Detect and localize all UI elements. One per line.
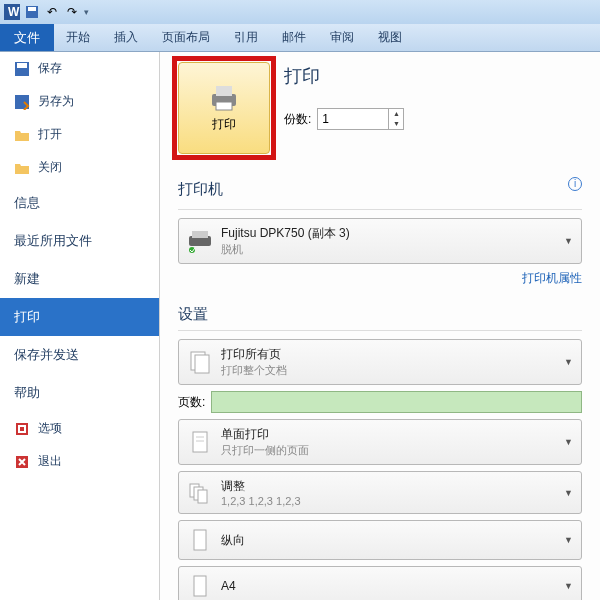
pages-label: 页数: <box>178 394 205 411</box>
duplex-dropdown[interactable]: 单面打印只打印一侧的页面 ▼ <box>178 419 582 465</box>
copies-input[interactable] <box>318 109 388 129</box>
chevron-down-icon: ▼ <box>564 236 573 246</box>
paper-size-dropdown[interactable]: A4 ▼ <box>178 566 582 600</box>
saveas-icon <box>14 94 30 110</box>
printer-name: Fujitsu DPK750 (副本 3) <box>221 225 556 242</box>
backstage-sidebar: 保存 另存为 打开 关闭 信息 最近所用文件 新建 打印 保存并发送 帮助 选项… <box>0 52 160 600</box>
svg-text:W: W <box>8 5 20 19</box>
paper-icon <box>187 573 213 599</box>
collate-icon <box>187 480 213 506</box>
range-sub: 打印整个文档 <box>221 363 556 378</box>
single-page-icon <box>187 429 213 455</box>
printer-dropdown[interactable]: Fujitsu DPK750 (副本 3) 脱机 ▼ <box>178 218 582 264</box>
chevron-down-icon: ▼ <box>564 581 573 591</box>
chevron-down-icon: ▼ <box>564 535 573 545</box>
svg-rect-14 <box>192 231 208 238</box>
save-icon[interactable] <box>24 4 40 20</box>
folder-open-icon <box>14 127 30 143</box>
sidebar-label: 选项 <box>38 420 62 437</box>
collate-dropdown[interactable]: 调整1,2,3 1,2,3 1,2,3 ▼ <box>178 471 582 514</box>
printer-device-icon <box>187 228 213 254</box>
svg-rect-25 <box>194 576 206 596</box>
copies-spinner[interactable]: ▲▼ <box>317 108 404 130</box>
print-panel: 打印 打印 份数: ▲▼ 打印机 i Fujitsu <box>160 52 600 600</box>
undo-icon[interactable]: ↶ <box>44 4 60 20</box>
orientation-dropdown[interactable]: 纵向 ▼ <box>178 520 582 560</box>
svg-rect-5 <box>17 63 27 68</box>
sidebar-save[interactable]: 保存 <box>0 52 159 85</box>
options-icon <box>14 421 30 437</box>
sidebar-new[interactable]: 新建 <box>0 260 159 298</box>
collate-sub: 1,2,3 1,2,3 1,2,3 <box>221 495 556 507</box>
printer-properties-link[interactable]: 打印机属性 <box>178 270 582 287</box>
sidebar-send[interactable]: 保存并发送 <box>0 336 159 374</box>
exit-icon <box>14 454 30 470</box>
svg-rect-8 <box>20 427 24 431</box>
orientation-label: 纵向 <box>221 532 556 549</box>
sidebar-label: 另存为 <box>38 93 74 110</box>
portrait-icon <box>187 527 213 553</box>
highlight-box <box>172 56 276 160</box>
tab-layout[interactable]: 页面布局 <box>150 24 222 51</box>
chevron-down-icon: ▼ <box>564 357 573 367</box>
duplex-sub: 只打印一侧的页面 <box>221 443 556 458</box>
duplex-title: 单面打印 <box>221 426 556 443</box>
printer-status: 脱机 <box>221 242 556 257</box>
collate-title: 调整 <box>221 478 556 495</box>
tab-review[interactable]: 审阅 <box>318 24 366 51</box>
pages-icon <box>187 349 213 375</box>
tab-insert[interactable]: 插入 <box>102 24 150 51</box>
print-range-dropdown[interactable]: 打印所有页打印整个文档 ▼ <box>178 339 582 385</box>
svg-rect-23 <box>198 490 207 503</box>
sidebar-close[interactable]: 关闭 <box>0 151 159 184</box>
sidebar-open[interactable]: 打开 <box>0 118 159 151</box>
print-title: 打印 <box>284 64 404 88</box>
printer-section-title: 打印机 <box>178 180 223 199</box>
file-tab[interactable]: 文件 <box>0 24 54 51</box>
tab-view[interactable]: 视图 <box>366 24 414 51</box>
sidebar-label: 退出 <box>38 453 62 470</box>
svg-rect-24 <box>194 530 206 550</box>
sidebar-saveas[interactable]: 另存为 <box>0 85 159 118</box>
quick-access-toolbar: W ↶ ↷ ▾ <box>4 4 89 20</box>
word-icon: W <box>4 4 20 20</box>
sidebar-info[interactable]: 信息 <box>0 184 159 222</box>
svg-rect-3 <box>28 7 36 11</box>
range-title: 打印所有页 <box>221 346 556 363</box>
ribbon: 文件 开始 插入 页面布局 引用 邮件 审阅 视图 <box>0 24 600 52</box>
redo-icon[interactable]: ↷ <box>64 4 80 20</box>
sidebar-label: 保存 <box>38 60 62 77</box>
copies-label: 份数: <box>284 111 311 128</box>
paper-label: A4 <box>221 579 556 593</box>
sidebar-help[interactable]: 帮助 <box>0 374 159 412</box>
spin-down-icon[interactable]: ▼ <box>389 119 403 129</box>
sidebar-print[interactable]: 打印 <box>0 298 159 336</box>
chevron-down-icon: ▼ <box>564 437 573 447</box>
chevron-down-icon: ▼ <box>564 488 573 498</box>
tab-mailings[interactable]: 邮件 <box>270 24 318 51</box>
sidebar-label: 关闭 <box>38 159 62 176</box>
svg-rect-18 <box>193 432 207 452</box>
sidebar-label: 打开 <box>38 126 62 143</box>
settings-section-title: 设置 <box>178 305 582 324</box>
pages-input[interactable] <box>211 391 582 413</box>
sidebar-options[interactable]: 选项 <box>0 412 159 445</box>
folder-close-icon <box>14 160 30 176</box>
tab-references[interactable]: 引用 <box>222 24 270 51</box>
sidebar-recent[interactable]: 最近所用文件 <box>0 222 159 260</box>
svg-rect-17 <box>195 355 209 373</box>
qat-dropdown-icon[interactable]: ▾ <box>84 7 89 17</box>
sidebar-exit[interactable]: 退出 <box>0 445 159 478</box>
spin-up-icon[interactable]: ▲ <box>389 109 403 119</box>
info-icon[interactable]: i <box>568 177 582 191</box>
tab-home[interactable]: 开始 <box>54 24 102 51</box>
title-bar: W ↶ ↷ ▾ <box>0 0 600 24</box>
save-icon <box>14 61 30 77</box>
